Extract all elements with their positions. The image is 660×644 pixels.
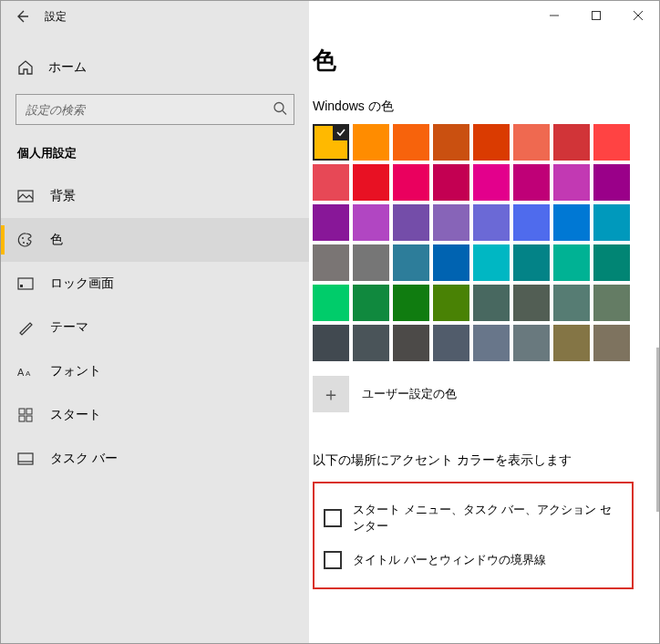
color-swatch[interactable]	[593, 244, 630, 281]
color-swatch[interactable]	[353, 124, 389, 161]
color-swatch[interactable]	[313, 285, 349, 321]
back-button[interactable]	[6, 1, 37, 32]
home-icon	[17, 59, 34, 76]
color-swatch[interactable]	[513, 244, 550, 281]
color-swatch[interactable]	[313, 124, 349, 161]
color-swatch[interactable]	[353, 285, 389, 321]
color-swatch[interactable]	[473, 325, 510, 361]
color-swatch[interactable]	[353, 325, 389, 361]
plus-icon: ＋	[313, 376, 349, 412]
color-swatch[interactable]	[473, 285, 510, 321]
sidebar-item-taskbar[interactable]: タスク バー	[1, 437, 309, 481]
color-swatch[interactable]	[433, 244, 469, 281]
color-swatch[interactable]	[433, 204, 469, 241]
color-swatch[interactable]	[593, 204, 630, 241]
svg-rect-12	[19, 416, 25, 421]
sidebar-item-start[interactable]: スタート	[1, 393, 309, 437]
accent-surfaces-title: 以下の場所にアクセント カラーを表示します	[313, 452, 634, 469]
color-swatch[interactable]	[473, 204, 510, 241]
brush-icon	[17, 319, 34, 336]
arrow-left-icon	[15, 9, 29, 24]
search-icon	[273, 101, 287, 119]
svg-rect-6	[18, 278, 33, 289]
sidebar-item-label: フォント	[50, 363, 101, 379]
color-swatch[interactable]	[513, 164, 550, 201]
sidebar-item-fonts[interactable]: AA フォント	[1, 349, 309, 393]
color-swatch[interactable]	[593, 285, 630, 321]
sidebar-item-lockscreen[interactable]: ロック画面	[1, 262, 309, 306]
color-swatch[interactable]	[313, 325, 349, 361]
color-swatch[interactable]	[553, 124, 590, 161]
color-swatch[interactable]	[553, 244, 590, 281]
color-swatch[interactable]	[353, 244, 389, 281]
home-label: ホーム	[48, 59, 87, 76]
lockscreen-icon	[17, 277, 34, 290]
color-swatch[interactable]	[553, 164, 590, 201]
search-wrap	[15, 94, 294, 125]
svg-rect-14	[18, 453, 33, 464]
checkbox-label: スタート メニュー、タスク バー、アクション センター	[353, 502, 623, 535]
color-swatch[interactable]	[433, 325, 469, 361]
color-swatch[interactable]	[393, 244, 429, 281]
color-swatch[interactable]	[593, 124, 630, 161]
checkbox-icon	[324, 509, 342, 527]
sidebar-nav: 背景 色 ロック画面 テーマ AA フォント スタート	[1, 174, 309, 481]
color-swatch[interactable]	[393, 124, 429, 161]
search-input[interactable]	[15, 94, 294, 125]
color-swatch[interactable]	[433, 124, 469, 161]
maximize-button[interactable]	[575, 1, 617, 30]
color-swatch[interactable]	[473, 124, 510, 161]
svg-rect-7	[20, 285, 23, 287]
main: 色 Windows の色 ＋ ユーザー設定の色 以下の場所にアクセント カラーを…	[309, 1, 659, 643]
color-swatch[interactable]	[553, 204, 590, 241]
color-swatch[interactable]	[593, 164, 630, 201]
color-swatch[interactable]	[353, 164, 389, 201]
color-swatch[interactable]	[313, 244, 349, 281]
sidebar-item-colors[interactable]: 色	[1, 218, 309, 262]
color-swatch[interactable]	[433, 164, 469, 201]
color-swatch[interactable]	[393, 164, 429, 201]
palette-icon	[17, 232, 34, 248]
color-swatch[interactable]	[553, 285, 590, 321]
page-title: 色	[313, 45, 634, 77]
checkbox-label: タイトル バーとウィンドウの境界線	[353, 552, 546, 568]
color-swatch[interactable]	[393, 325, 429, 361]
accent-checkbox-area: スタート メニュー、タスク バー、アクション センター タイトル バーとウィンド…	[313, 482, 634, 589]
color-swatch[interactable]	[313, 164, 349, 201]
svg-point-3	[22, 237, 24, 239]
color-swatch-grid	[313, 124, 634, 361]
sidebar-item-label: 背景	[50, 188, 76, 204]
scrollbar[interactable]	[656, 348, 659, 512]
start-icon	[17, 408, 34, 422]
sidebar-home[interactable]: ホーム	[1, 50, 309, 85]
color-swatch[interactable]	[593, 325, 630, 361]
svg-text:A: A	[26, 369, 31, 378]
sidebar-item-themes[interactable]: テーマ	[1, 306, 309, 349]
svg-rect-13	[26, 416, 32, 421]
color-swatch[interactable]	[513, 285, 550, 321]
checkbox-start-taskbar-action[interactable]: スタート メニュー、タスク バー、アクション センター	[324, 502, 623, 535]
color-swatch[interactable]	[553, 325, 590, 361]
color-swatch[interactable]	[513, 325, 550, 361]
color-swatch[interactable]	[393, 285, 429, 321]
check-icon	[333, 124, 349, 140]
color-swatch[interactable]	[513, 124, 550, 161]
color-swatch[interactable]	[473, 244, 510, 281]
minimize-button[interactable]	[533, 1, 575, 30]
svg-point-5	[26, 243, 28, 244]
window-title: 設定	[45, 9, 67, 25]
maximize-icon	[591, 10, 602, 21]
taskbar-icon	[17, 452, 34, 465]
minimize-icon	[549, 10, 560, 21]
color-swatch[interactable]	[313, 204, 349, 241]
sidebar-item-background[interactable]: 背景	[1, 174, 309, 218]
checkbox-titlebars-borders[interactable]: タイトル バーとウィンドウの境界線	[324, 551, 623, 569]
color-swatch[interactable]	[513, 204, 550, 241]
color-swatch[interactable]	[393, 204, 429, 241]
svg-rect-11	[26, 409, 32, 414]
color-swatch[interactable]	[473, 164, 510, 201]
color-swatch[interactable]	[353, 204, 389, 241]
close-button[interactable]	[617, 1, 659, 30]
color-swatch[interactable]	[433, 285, 469, 321]
custom-color-row[interactable]: ＋ ユーザー設定の色	[313, 376, 634, 412]
